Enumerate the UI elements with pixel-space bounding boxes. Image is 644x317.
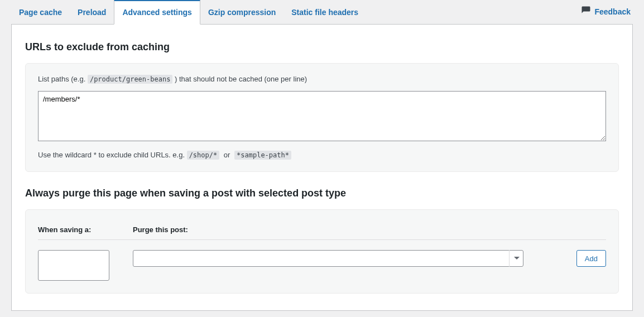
tab-preload[interactable]: Preload [70,1,114,24]
tab-static-file-headers[interactable]: Static file headers [283,1,366,24]
comment-icon [581,6,591,17]
add-button[interactable]: Add [576,250,606,267]
tab-gzip-compression[interactable]: Gzip compression [200,1,283,24]
purge-post-select-wrap [133,250,523,267]
purge-header-row: When saving a: Purge this post: [38,225,606,240]
settings-tabbar: Page cache Preload Advanced settings Gzi… [11,0,633,25]
hint-prefix: Use the wildcard * to exclude child URLs… [38,151,185,159]
tab-advanced-settings[interactable]: Advanced settings [114,0,200,25]
hint-example-2: *sample-path* [234,151,291,160]
wildcard-hint: Use the wildcard * to exclude child URLs… [38,151,606,159]
column-header-when-saving: When saving a: [38,225,133,234]
exclude-urls-description: List paths (e.g. /product/green-beans ) … [38,75,606,83]
purge-post-select[interactable] [133,250,523,267]
purge-panel: When saving a: Purge this post: Add [25,209,619,294]
post-type-select[interactable] [38,250,109,281]
column-header-purge-post: Purge this post: [133,225,606,234]
exclude-urls-panel: List paths (e.g. /product/green-beans ) … [25,63,619,172]
hint-or: or [224,151,230,159]
purge-heading: Always purge this page when saving a pos… [25,188,619,199]
desc-prefix: List paths (e.g. [38,75,85,83]
advanced-settings-content: URLs to exclude from caching List paths … [11,25,633,311]
hint-example-1: /shop/* [187,151,220,160]
desc-suffix: ) that should not be cached (one per lin… [175,75,307,83]
example-path-code: /product/green-beans [88,75,173,84]
exclude-paths-textarea[interactable] [38,91,606,141]
exclude-urls-heading: URLs to exclude from caching [25,41,619,53]
purge-body-row: Add [38,250,606,281]
tab-page-cache[interactable]: Page cache [11,1,70,24]
feedback-label: Feedback [594,7,631,16]
feedback-link[interactable]: Feedback [579,0,633,24]
